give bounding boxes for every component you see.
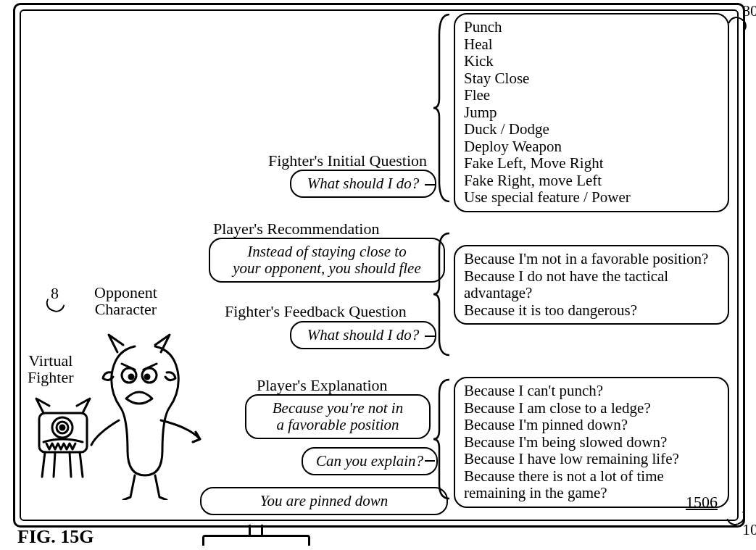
- svg-point-3: [145, 375, 149, 379]
- page: 80 10 8 Virtual Fighter Opponent Charact…: [0, 0, 756, 550]
- reasons2-option: Because I am close to a ledge?: [464, 400, 719, 417]
- reasons1-option: Because I'm not in a favorable position?: [464, 251, 719, 268]
- bubble-can-you-explain: Can you explain?: [302, 447, 438, 475]
- panel-reasons2: Because I can't punch?Because I am close…: [454, 377, 729, 508]
- bubble-feedback-question: What should I do?: [290, 321, 436, 349]
- label-explanation: Player's Explanation: [257, 377, 388, 393]
- reasons2-option: Because I'm pinned down?: [464, 417, 719, 434]
- monitor-stand-neck: [249, 525, 263, 535]
- actions-option: Fake Left, Move Right: [464, 155, 719, 172]
- reasons2-option: Because there is not a lot of time remai…: [464, 468, 719, 502]
- label-recommendation: Player's Recommendation: [213, 220, 379, 237]
- bubble-initial-question: What should I do?: [290, 170, 436, 198]
- actions-option: Deploy Weapon: [464, 138, 719, 156]
- svg-point-7: [60, 425, 65, 430]
- svg-point-2: [129, 375, 133, 379]
- bubble-pinned-down: You are pinned down: [200, 487, 448, 515]
- actions-option: Stay Close: [464, 70, 719, 88]
- label-opponent-character: Opponent Character: [94, 284, 157, 317]
- actions-option: Duck / Dodge: [464, 121, 719, 138]
- characters-drawing: [26, 319, 207, 500]
- actions-option: Jump: [464, 104, 719, 122]
- panel-actions: PunchHealKickStay CloseFleeJumpDuck / Do…: [454, 13, 729, 212]
- callout-10: 10: [742, 520, 756, 539]
- bubble-recommendation: Instead of staying close to your opponen…: [209, 238, 445, 283]
- label-feedback-question: Fighter's Feedback Question: [225, 303, 407, 320]
- reasons1-option: Because I do not have the tactical advan…: [464, 268, 719, 302]
- actions-option: Fake Right, move Left: [464, 172, 719, 190]
- label-initial-question: Fighter's Initial Question: [268, 152, 427, 169]
- brace-actions: [433, 13, 451, 203]
- brace-reasons1: [433, 232, 451, 357]
- monitor-stand-base: [202, 535, 310, 546]
- callout-80: 80: [742, 1, 756, 20]
- reasons2-option: Because I can't punch?: [464, 383, 719, 400]
- ref-1506: 1506: [686, 493, 718, 512]
- figure-number: FIG. 15G: [17, 526, 94, 548]
- actions-option: Punch: [464, 19, 719, 36]
- actions-option: Kick: [464, 53, 719, 70]
- reasons2-option: Because I have low remaining life?: [464, 451, 719, 468]
- reasons2-option: Because I'm being slowed down?: [464, 434, 719, 451]
- actions-option: Heal: [464, 36, 719, 54]
- bubble-explanation: Because you're not in a favorable positi…: [245, 394, 431, 439]
- panel-reasons1: Because I'm not in a favorable position?…: [454, 245, 729, 325]
- brace-reasons2: [433, 378, 451, 500]
- actions-option: Flee: [464, 87, 719, 104]
- actions-option: Use special feature / Power: [464, 189, 719, 207]
- reasons1-option: Because it is too dangerous?: [464, 302, 719, 320]
